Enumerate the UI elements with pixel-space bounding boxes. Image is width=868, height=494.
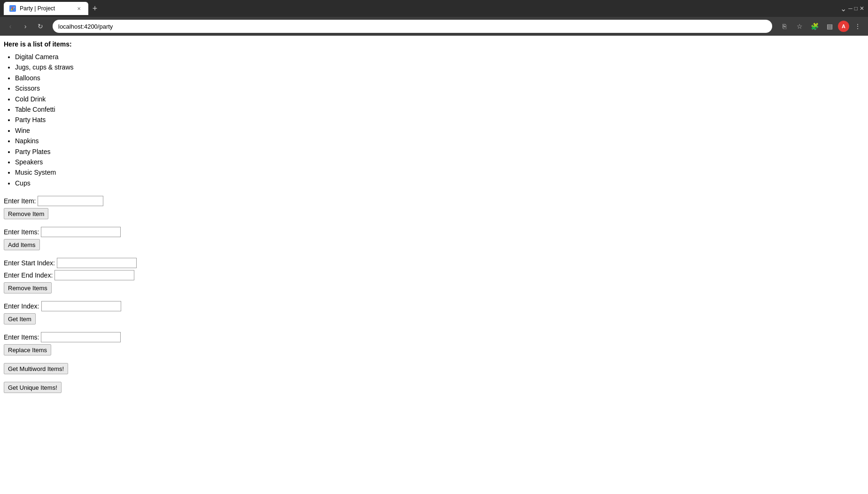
page-content: Here is a list of items: Digital CameraJ… bbox=[0, 36, 868, 405]
forward-button[interactable]: › bbox=[19, 20, 32, 33]
remove-item-label: Enter Item: bbox=[4, 197, 36, 205]
back-button[interactable]: ‹ bbox=[4, 20, 17, 33]
remove-item-section: Enter Item: Remove Item bbox=[4, 196, 864, 219]
remove-item-row: Enter Item: bbox=[4, 196, 864, 206]
replace-items-section: Enter Items: Replace Items bbox=[4, 332, 864, 355]
remove-items-button[interactable]: Remove Items bbox=[4, 282, 52, 293]
replace-items-btn-row: Replace Items bbox=[4, 344, 864, 355]
tab-bar: 🎉 Party | Project ✕ + ⌄ ─ □ ✕ bbox=[0, 0, 868, 17]
remove-item-btn-row: Remove Item bbox=[4, 208, 864, 219]
address-bar[interactable]: localhost:4200/party bbox=[53, 20, 772, 33]
list-item: Jugs, cups & straws bbox=[15, 62, 864, 72]
end-index-input[interactable] bbox=[54, 270, 134, 280]
new-tab-button[interactable]: + bbox=[88, 2, 101, 15]
get-multiword-section: Get Multiword Items! bbox=[4, 363, 864, 374]
tab-favicon: 🎉 bbox=[9, 5, 16, 12]
remove-items-section: Enter Start Index: Enter End Index: Remo… bbox=[4, 258, 864, 293]
add-items-input[interactable] bbox=[41, 227, 121, 237]
tab-title: Party | Project bbox=[20, 5, 55, 12]
start-index-input[interactable] bbox=[57, 258, 137, 268]
add-items-row: Enter Items: bbox=[4, 227, 864, 237]
window-controls: ─ □ ✕ bbox=[848, 5, 864, 12]
replace-items-input[interactable] bbox=[41, 332, 121, 342]
list-item: Cold Drink bbox=[15, 94, 864, 104]
list-item: Party Plates bbox=[15, 147, 864, 157]
list-item: Cups bbox=[15, 178, 864, 188]
close-window-button[interactable]: ✕ bbox=[860, 5, 864, 12]
end-index-label: Enter End Index: bbox=[4, 271, 53, 279]
list-item: Wine bbox=[15, 125, 864, 136]
remove-item-button[interactable]: Remove Item bbox=[4, 208, 48, 219]
list-item: Table Confetti bbox=[15, 104, 864, 115]
get-item-label: Enter Index: bbox=[4, 302, 39, 310]
add-items-btn-row: Add Items bbox=[4, 239, 864, 250]
tab-overflow-button[interactable]: ⌄ bbox=[840, 4, 846, 13]
get-item-btn-row: Get Item bbox=[4, 313, 864, 324]
remove-item-input[interactable] bbox=[38, 196, 103, 206]
extensions-icon[interactable]: 🧩 bbox=[808, 20, 821, 33]
refresh-button[interactable]: ↻ bbox=[34, 20, 47, 33]
browser-chrome: 🎉 Party | Project ✕ + ⌄ ─ □ ✕ ‹ › ↻ loca… bbox=[0, 0, 868, 36]
list-item: Digital Camera bbox=[15, 52, 864, 62]
get-item-section: Enter Index: Get Item bbox=[4, 301, 864, 324]
page-title: Here is a list of items: bbox=[4, 40, 864, 48]
share-icon[interactable]: ⎘ bbox=[778, 20, 791, 33]
list-item: Music System bbox=[15, 167, 864, 178]
nav-bar: ‹ › ↻ localhost:4200/party ⎘ ☆ 🧩 ▤ A ⋮ bbox=[0, 17, 868, 36]
active-tab[interactable]: 🎉 Party | Project ✕ bbox=[4, 2, 88, 15]
tab-close-button[interactable]: ✕ bbox=[75, 5, 83, 12]
list-item: Scissors bbox=[15, 83, 864, 93]
add-items-label: Enter Items: bbox=[4, 228, 39, 236]
sidebar-icon[interactable]: ▤ bbox=[823, 20, 836, 33]
avatar[interactable]: A bbox=[838, 21, 849, 32]
add-items-section: Enter Items: Add Items bbox=[4, 227, 864, 250]
replace-items-row: Enter Items: bbox=[4, 332, 864, 342]
list-item: Napkins bbox=[15, 136, 864, 146]
get-unique-button[interactable]: Get Unique Items! bbox=[4, 382, 62, 393]
list-item: Party Hats bbox=[15, 115, 864, 125]
end-index-row: Enter End Index: bbox=[4, 270, 864, 280]
start-index-label: Enter Start Index: bbox=[4, 259, 55, 267]
get-item-row: Enter Index: bbox=[4, 301, 864, 311]
replace-items-label: Enter Items: bbox=[4, 333, 39, 341]
restore-button[interactable]: □ bbox=[854, 5, 858, 12]
get-unique-section: Get Unique Items! bbox=[4, 382, 864, 393]
minimize-button[interactable]: ─ bbox=[848, 5, 852, 12]
bookmark-icon[interactable]: ☆ bbox=[793, 20, 806, 33]
address-text: localhost:4200/party bbox=[58, 23, 113, 30]
get-item-button[interactable]: Get Item bbox=[4, 313, 36, 324]
nav-icons: ⎘ ☆ 🧩 ▤ A ⋮ bbox=[778, 20, 864, 33]
remove-items-btn-row: Remove Items bbox=[4, 282, 864, 293]
items-list: Digital CameraJugs, cups & strawsBalloon… bbox=[4, 52, 864, 188]
get-item-input[interactable] bbox=[41, 301, 121, 311]
list-item: Speakers bbox=[15, 157, 864, 167]
add-items-button[interactable]: Add Items bbox=[4, 239, 40, 250]
menu-icon[interactable]: ⋮ bbox=[851, 20, 864, 33]
get-multiword-button[interactable]: Get Multiword Items! bbox=[4, 363, 68, 374]
list-item: Balloons bbox=[15, 73, 864, 83]
start-index-row: Enter Start Index: bbox=[4, 258, 864, 268]
replace-items-button[interactable]: Replace Items bbox=[4, 344, 51, 355]
